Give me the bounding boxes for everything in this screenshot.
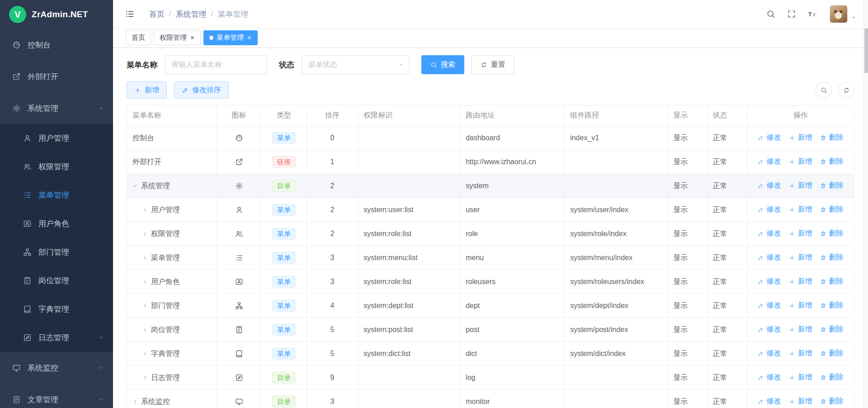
sidebar-item[interactable]: 外部打开 bbox=[0, 61, 113, 92]
search-icon[interactable] bbox=[766, 9, 775, 19]
chevron-right-icon[interactable] bbox=[142, 231, 148, 237]
edit-link[interactable]: 修改 bbox=[758, 373, 781, 382]
add-button[interactable]: 新增 bbox=[127, 81, 167, 99]
sidebar-item[interactable]: 岗位管理 bbox=[0, 266, 113, 295]
add-link[interactable]: 新增 bbox=[789, 301, 812, 310]
sidebar-item[interactable]: 菜单管理 bbox=[0, 181, 113, 209]
chevron-right-icon[interactable] bbox=[142, 351, 148, 356]
caret-down-icon[interactable] bbox=[851, 15, 856, 20]
delete-link[interactable]: 删除 bbox=[820, 301, 843, 310]
add-link-label: 新增 bbox=[797, 133, 812, 142]
filter-form: 菜单名称 状态 菜单状态 搜索 重置 bbox=[127, 55, 854, 74]
status-cell: 正常 bbox=[707, 246, 747, 270]
sidebar-item-label: 部门管理 bbox=[38, 247, 104, 257]
sidebar-item[interactable]: 文章管理 bbox=[0, 384, 113, 408]
chevron-right-icon[interactable] bbox=[142, 207, 148, 213]
page-scrollbar[interactable] bbox=[863, 0, 868, 408]
delete-link[interactable]: 删除 bbox=[820, 325, 843, 334]
add-link[interactable]: 新增 bbox=[789, 229, 812, 238]
toggle-search-button[interactable] bbox=[816, 82, 832, 98]
edit-link[interactable]: 修改 bbox=[758, 181, 781, 190]
sort-button[interactable]: 修改排序 bbox=[174, 81, 229, 99]
chevron-right-icon[interactable] bbox=[132, 399, 138, 404]
edit-link[interactable]: 修改 bbox=[758, 133, 781, 142]
edit-link[interactable]: 修改 bbox=[758, 253, 781, 262]
tab[interactable]: 菜单管理 bbox=[203, 30, 258, 45]
add-link[interactable]: 新增 bbox=[789, 325, 812, 334]
chevron-right-icon[interactable] bbox=[142, 255, 148, 261]
add-link[interactable]: 新增 bbox=[789, 373, 812, 382]
close-icon[interactable] bbox=[190, 35, 195, 40]
refresh-button[interactable] bbox=[838, 82, 854, 98]
column-header: 组件路径 bbox=[565, 105, 668, 126]
sidebar-item[interactable]: 用户管理 bbox=[0, 124, 113, 152]
delete-link[interactable]: 删除 bbox=[820, 181, 843, 190]
edit-link[interactable]: 修改 bbox=[758, 277, 781, 286]
sidebar-item[interactable]: 权限管理 bbox=[0, 152, 113, 181]
delete-link[interactable]: 删除 bbox=[820, 229, 843, 238]
chevron-right-icon[interactable] bbox=[142, 375, 148, 380]
sidebar-item[interactable]: 字典管理 bbox=[0, 295, 113, 323]
edit-link[interactable]: 修改 bbox=[758, 349, 781, 358]
menu-icon-cell bbox=[217, 198, 261, 222]
sidebar-item[interactable]: 部门管理 bbox=[0, 238, 113, 266]
delete-icon bbox=[820, 255, 826, 261]
status-select[interactable]: 菜单状态 bbox=[302, 55, 410, 74]
reset-button[interactable]: 重置 bbox=[472, 55, 514, 74]
perm-cell: system:post:list bbox=[358, 318, 460, 342]
add-link[interactable]: 新增 bbox=[789, 205, 812, 214]
add-link[interactable]: 新增 bbox=[789, 277, 812, 286]
add-link[interactable]: 新增 bbox=[789, 181, 812, 190]
edit-link[interactable]: 修改 bbox=[758, 205, 781, 214]
close-icon[interactable] bbox=[247, 35, 252, 40]
app-logo[interactable]: V ZrAdmin.NET bbox=[0, 0, 113, 29]
add-link[interactable]: 新增 bbox=[789, 349, 812, 358]
sidebar-item[interactable]: 系统管理 bbox=[0, 92, 113, 124]
chevron-right-icon[interactable] bbox=[142, 303, 148, 308]
delete-link-label: 删除 bbox=[829, 157, 843, 166]
menu-fold-icon[interactable] bbox=[125, 9, 135, 19]
edit-link[interactable]: 修改 bbox=[758, 325, 781, 334]
edit-link[interactable]: 修改 bbox=[758, 157, 781, 166]
scrollbar-thumb[interactable] bbox=[864, 28, 868, 73]
sidebar-item[interactable]: 系统监控 bbox=[0, 352, 113, 384]
user-menu[interactable] bbox=[830, 5, 856, 23]
delete-link[interactable]: 删除 bbox=[820, 157, 843, 166]
user-avatar[interactable] bbox=[830, 5, 848, 23]
search-button[interactable]: 搜索 bbox=[421, 55, 464, 74]
delete-link[interactable]: 删除 bbox=[820, 133, 843, 142]
chevron-right-icon[interactable] bbox=[142, 327, 148, 332]
main-area: 首页/系统管理/菜单管理 TT 首页权限管理菜单管理 菜单名称 状态 菜单状态 … bbox=[113, 0, 868, 408]
edit-link[interactable]: 修改 bbox=[758, 397, 781, 406]
user-role-icon bbox=[23, 219, 32, 228]
chevron-down-icon[interactable] bbox=[132, 183, 138, 189]
delete-link[interactable]: 删除 bbox=[820, 397, 843, 406]
fullscreen-icon[interactable] bbox=[787, 9, 796, 19]
tab[interactable]: 首页 bbox=[126, 30, 151, 45]
delete-link[interactable]: 删除 bbox=[820, 349, 843, 358]
breadcrumb-item[interactable]: 系统管理 bbox=[176, 9, 207, 19]
menu-name-input[interactable] bbox=[165, 55, 267, 74]
add-link[interactable]: 新增 bbox=[789, 397, 812, 406]
delete-link[interactable]: 删除 bbox=[820, 205, 843, 214]
add-link[interactable]: 新增 bbox=[789, 133, 812, 142]
edit-link-label: 修改 bbox=[766, 373, 781, 382]
delete-link[interactable]: 删除 bbox=[820, 277, 843, 286]
delete-link[interactable]: 删除 bbox=[820, 373, 843, 382]
order-cell: 2 bbox=[307, 174, 358, 198]
sidebar-item[interactable]: 用户角色 bbox=[0, 209, 113, 238]
delete-link[interactable]: 删除 bbox=[820, 253, 843, 262]
add-link[interactable]: 新增 bbox=[789, 157, 812, 166]
status-select-placeholder: 菜单状态 bbox=[308, 60, 398, 70]
tab[interactable]: 权限管理 bbox=[154, 30, 201, 45]
add-link[interactable]: 新增 bbox=[789, 253, 812, 262]
edit-link[interactable]: 修改 bbox=[758, 229, 781, 238]
edit-link[interactable]: 修改 bbox=[758, 301, 781, 310]
chevron-right-icon[interactable] bbox=[142, 279, 148, 285]
menu-name-text: 日志管理 bbox=[151, 373, 180, 383]
breadcrumb-item[interactable]: 首页 bbox=[149, 9, 165, 19]
sidebar-item[interactable]: 控制台 bbox=[0, 29, 113, 61]
sidebar-item[interactable]: 日志管理 bbox=[0, 323, 113, 352]
column-header: 排序 bbox=[307, 105, 358, 126]
font-size-icon[interactable]: TT bbox=[808, 9, 817, 19]
